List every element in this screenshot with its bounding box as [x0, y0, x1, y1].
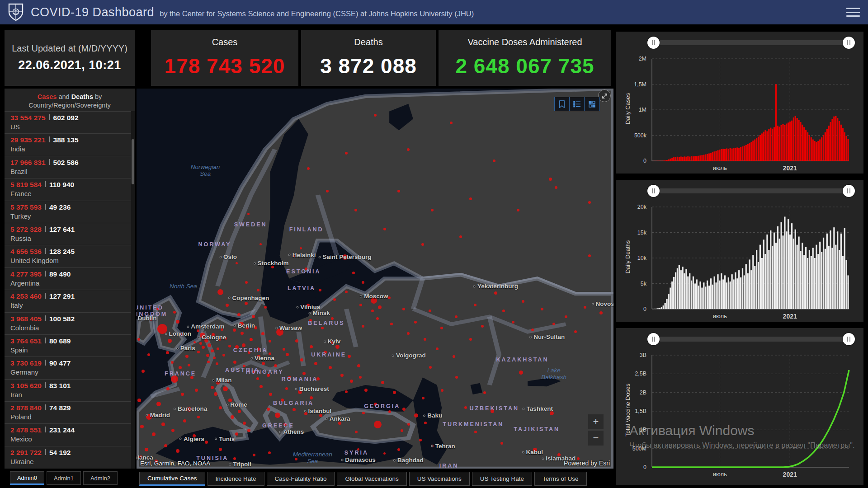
- case-marker[interactable]: [257, 289, 259, 291]
- case-marker[interactable]: [436, 347, 439, 350]
- country-row[interactable]: 5 819 584110 940France: [5, 178, 131, 200]
- country-row[interactable]: 29 935 221388 135India: [5, 133, 131, 155]
- case-marker[interactable]: [207, 361, 210, 363]
- case-marker[interactable]: [329, 366, 332, 369]
- case-marker[interactable]: [300, 358, 303, 361]
- case-marker[interactable]: [245, 281, 248, 284]
- case-marker[interactable]: [200, 333, 205, 338]
- case-marker[interactable]: [599, 311, 603, 314]
- case-marker[interactable]: [469, 197, 472, 200]
- slider-handle-right[interactable]: [843, 185, 855, 197]
- case-marker[interactable]: [374, 403, 377, 406]
- tab-terms-of-use[interactable]: Terms of Use: [534, 472, 587, 486]
- time-range-slider[interactable]: [653, 188, 849, 193]
- case-marker[interactable]: [414, 413, 418, 418]
- zoom-out-button[interactable]: −: [588, 431, 604, 446]
- case-marker[interactable]: [338, 422, 341, 425]
- case-marker[interactable]: [235, 345, 239, 349]
- tab-cumulative-cases[interactable]: Cumulative Cases: [139, 472, 205, 486]
- case-marker[interactable]: [494, 291, 497, 295]
- case-marker[interactable]: [271, 266, 274, 268]
- case-marker[interactable]: [549, 178, 552, 181]
- case-marker[interactable]: [269, 393, 272, 396]
- case-marker[interactable]: [205, 441, 208, 444]
- case-marker[interactable]: [407, 148, 410, 151]
- case-marker[interactable]: [267, 408, 270, 411]
- case-marker[interactable]: [259, 385, 263, 388]
- case-marker[interactable]: [378, 305, 382, 309]
- case-marker[interactable]: [185, 355, 189, 358]
- case-marker[interactable]: [531, 328, 534, 331]
- case-marker[interactable]: [180, 333, 183, 336]
- country-row[interactable]: 4 277 39589 490Argentina: [5, 267, 131, 290]
- case-marker[interactable]: [283, 348, 285, 351]
- case-marker[interactable]: [252, 315, 255, 318]
- country-row[interactable]: 4 656 536128 245United Kingdom: [5, 245, 131, 267]
- tab-global-vaccinations[interactable]: Global Vaccinations: [337, 472, 406, 486]
- tab-admin2[interactable]: Admin2: [83, 471, 118, 485]
- case-marker[interactable]: [137, 399, 141, 402]
- tab-case-fatality-ratio[interactable]: Case-Fatality Ratio: [267, 472, 335, 486]
- case-marker[interactable]: [241, 332, 244, 335]
- case-marker[interactable]: [243, 422, 246, 425]
- time-range-slider[interactable]: [653, 40, 849, 45]
- country-row[interactable]: 17 966 831502 586Brazil: [5, 156, 131, 178]
- case-marker[interactable]: [584, 306, 586, 309]
- case-marker[interactable]: [190, 376, 193, 379]
- case-marker[interactable]: [333, 298, 336, 301]
- case-marker[interactable]: [307, 167, 310, 170]
- case-marker[interactable]: [276, 328, 283, 336]
- hamburger-menu-icon[interactable]: [846, 8, 860, 17]
- expand-map-icon[interactable]: [598, 89, 611, 102]
- case-marker[interactable]: [319, 414, 322, 417]
- time-range-slider[interactable]: [653, 337, 849, 342]
- map-viewport[interactable]: Norwegian SeaNorth SeaMediterranean SeaL…: [137, 89, 613, 469]
- case-marker[interactable]: [226, 380, 229, 383]
- bookmarks-icon[interactable]: [555, 97, 570, 111]
- case-marker[interactable]: [204, 338, 208, 343]
- case-marker[interactable]: [257, 355, 260, 358]
- case-marker[interactable]: [565, 315, 567, 318]
- country-row[interactable]: 2 478 551231 244Mexico: [5, 423, 131, 446]
- case-marker[interactable]: [522, 300, 524, 303]
- case-marker[interactable]: [253, 454, 255, 456]
- case-marker[interactable]: [256, 377, 259, 380]
- case-marker[interactable]: [156, 402, 161, 406]
- slider-handle-left[interactable]: [647, 37, 660, 49]
- case-marker[interactable]: [164, 444, 167, 447]
- case-marker[interactable]: [274, 364, 277, 367]
- country-row[interactable]: 3 730 61990 477Germany: [5, 357, 131, 379]
- case-marker[interactable]: [362, 325, 364, 328]
- case-marker[interactable]: [455, 315, 458, 318]
- case-marker[interactable]: [228, 345, 231, 347]
- case-marker[interactable]: [431, 445, 434, 447]
- case-marker[interactable]: [197, 351, 200, 353]
- case-marker[interactable]: [541, 308, 543, 310]
- case-marker[interactable]: [171, 375, 178, 383]
- country-row[interactable]: 3 968 405100 582Colombia: [5, 312, 131, 334]
- country-row[interactable]: 4 253 460127 291Italy: [5, 290, 131, 312]
- case-marker[interactable]: [218, 338, 221, 341]
- case-marker[interactable]: [212, 333, 215, 336]
- case-marker[interactable]: [228, 399, 232, 402]
- case-marker[interactable]: [302, 372, 306, 375]
- case-marker[interactable]: [150, 318, 152, 321]
- case-marker[interactable]: [211, 386, 214, 389]
- case-marker[interactable]: [206, 354, 209, 357]
- case-marker[interactable]: [481, 325, 484, 328]
- case-marker[interactable]: [146, 414, 152, 420]
- case-marker[interactable]: [374, 114, 377, 117]
- case-marker[interactable]: [261, 332, 264, 335]
- tab-admin1[interactable]: Admin1: [47, 471, 81, 485]
- case-marker[interactable]: [166, 351, 169, 354]
- case-marker[interactable]: [348, 355, 351, 358]
- country-row[interactable]: 33 554 275602 092US: [5, 111, 131, 133]
- country-row[interactable]: 5 375 59349 236Turkey: [5, 201, 131, 223]
- case-marker[interactable]: [295, 339, 298, 343]
- case-marker[interactable]: [197, 329, 199, 332]
- case-marker[interactable]: [453, 355, 455, 358]
- case-marker[interactable]: [362, 281, 364, 284]
- zoom-in-button[interactable]: +: [588, 414, 604, 429]
- slider-handle-right[interactable]: [843, 37, 855, 49]
- country-row[interactable]: 5 272 328127 641Russia: [5, 223, 131, 245]
